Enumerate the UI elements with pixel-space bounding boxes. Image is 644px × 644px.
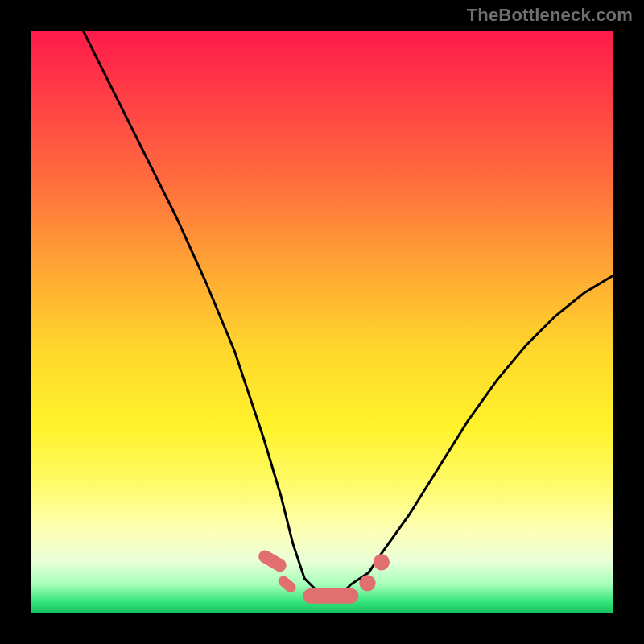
svg-rect-2 — [303, 588, 358, 604]
curve-markers — [256, 548, 390, 604]
svg-point-4 — [374, 554, 390, 570]
svg-point-3 — [359, 575, 375, 591]
watermark-text: TheBottleneck.com — [467, 5, 633, 26]
curve-line — [83, 31, 613, 596]
plot-area — [31, 31, 613, 613]
svg-rect-1 — [276, 574, 298, 595]
svg-rect-0 — [256, 548, 289, 575]
chart-frame: TheBottleneck.com — [0, 0, 644, 644]
chart-svg — [31, 31, 613, 613]
